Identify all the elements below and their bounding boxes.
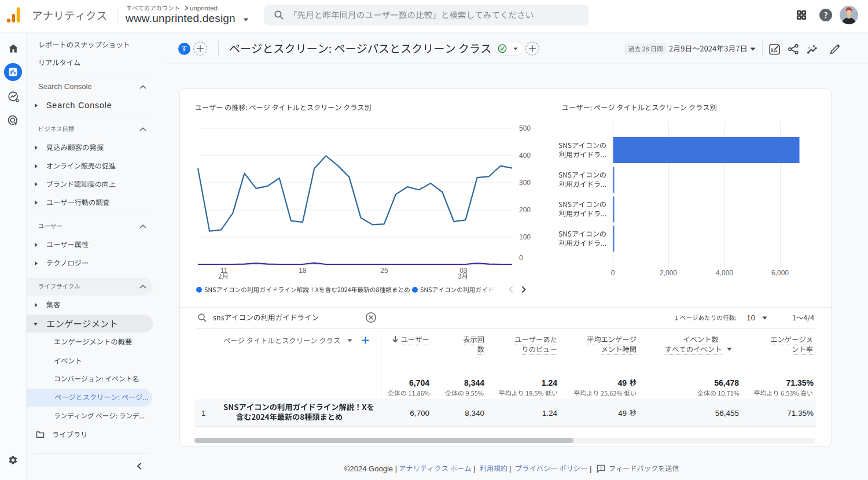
- svg-text:4,000: 4,000: [716, 269, 733, 277]
- svg-text:2,000: 2,000: [660, 269, 677, 277]
- svg-text:0: 0: [611, 269, 615, 277]
- svg-text:6,000: 6,000: [771, 269, 789, 277]
